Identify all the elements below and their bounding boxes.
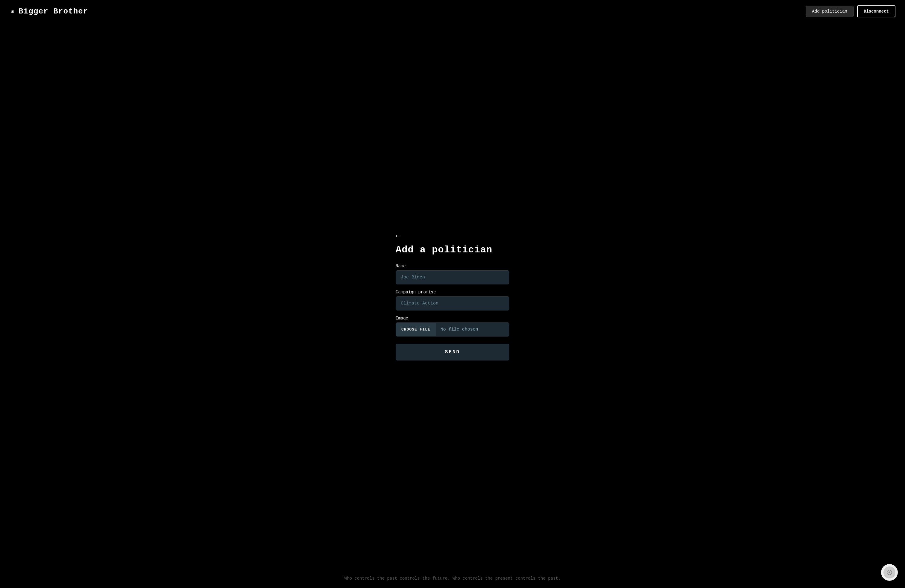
disconnect-button[interactable]: Disconnect [857,5,895,17]
campaign-input[interactable] [395,296,510,310]
campaign-field-group: Campaign promise [395,290,510,310]
logo-icon: ◉ [10,8,16,14]
campaign-label: Campaign promise [395,290,510,295]
image-label: Image [395,316,510,321]
header-right: Add politician Disconnect [806,5,895,17]
name-input[interactable] [395,270,510,284]
name-label: Name [395,264,510,269]
main-content: ← Add a politician Name Campaign promise… [0,23,905,569]
app-title: Bigger Brother [19,7,88,16]
name-field-group: Name [395,264,510,284]
header-left: ◉ Bigger Brother [10,7,88,16]
choose-file-button[interactable]: CHOOSE FILE [396,323,436,336]
add-politician-button[interactable]: Add politician [806,6,854,17]
svg-point-1 [889,572,890,573]
footer-quote: Who controls the past controls the futur… [345,576,561,581]
image-field-group: Image CHOOSE FILE No file chosen [395,316,510,337]
page-title: Add a politician [395,244,510,255]
footer: Who controls the past controls the futur… [0,569,905,588]
send-button[interactable]: SEND [395,344,510,361]
widget-inner-icon [883,566,895,578]
back-button[interactable]: ← [395,231,510,241]
no-file-text: No file chosen [436,323,509,336]
header: ◉ Bigger Brother Add politician Disconne… [0,0,905,23]
form-container: ← Add a politician Name Campaign promise… [395,231,510,361]
bottom-right-widget[interactable] [881,564,898,581]
file-input-wrapper[interactable]: CHOOSE FILE No file chosen [395,323,510,337]
